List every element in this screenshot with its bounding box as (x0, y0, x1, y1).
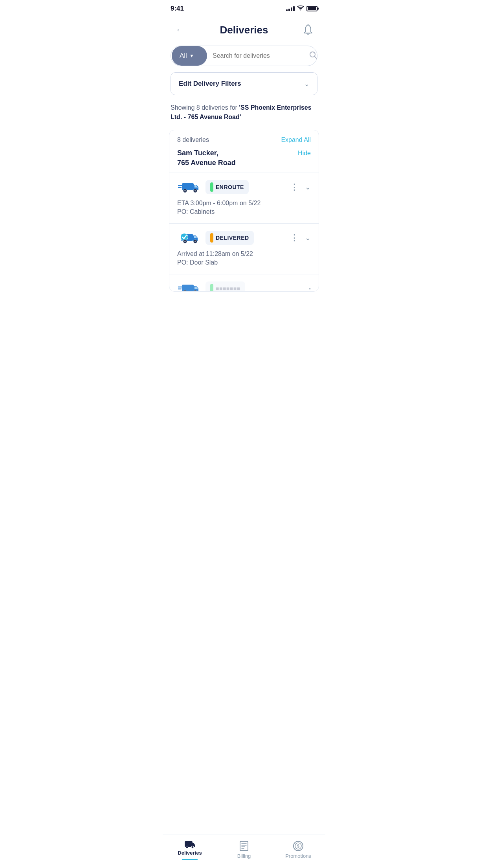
search-section: All ▼ (163, 46, 325, 72)
expand-all-button[interactable]: Expand All (281, 136, 311, 143)
delivery-po: PO: Door Slab (177, 259, 311, 266)
delivery-item-header: DELIVERED ⋮ ⌄ (177, 230, 311, 246)
bell-icon (303, 24, 314, 36)
status-bar: 9:41 (163, 0, 325, 16)
card-address: Sam Tucker, 765 Avenue Road Hide (169, 148, 319, 173)
status-dot-green (210, 182, 213, 192)
status-badge-enroute: ENROUTE (205, 180, 249, 194)
search-icon[interactable] (309, 51, 317, 61)
status-time: 9:41 (171, 5, 184, 13)
svg-point-10 (194, 190, 196, 191)
svg-point-13 (181, 234, 188, 241)
delivery-card: 8 deliveries Expand All Sam Tucker, 765 … (169, 130, 319, 292)
filter-label: All (180, 52, 187, 60)
edit-delivery-filters-button[interactable]: Edit Delivery Filters ⌄ (171, 72, 317, 95)
back-button[interactable]: ← (172, 22, 188, 38)
customer-address: 765 Avenue Road (177, 158, 236, 168)
status-dot-yellow (210, 233, 213, 243)
status-badge-partial: ■■■■■■■ (205, 281, 245, 291)
delivery-item-header: ENROUTE ⋮ ⌄ (177, 179, 311, 195)
status-text: DELIVERED (216, 235, 249, 241)
filter-section: Edit Delivery Filters ⌄ (163, 72, 325, 103)
svg-rect-20 (182, 285, 194, 291)
delivery-eta: ETA 3:00pm - 6:00pm on 5/22 (177, 200, 311, 207)
back-arrow-icon: ← (176, 25, 184, 35)
page-header: ← Deliveries (163, 16, 325, 46)
svg-point-17 (194, 241, 196, 242)
search-bar: All ▼ (171, 46, 317, 66)
truck-enroute-icon (177, 179, 201, 195)
delivery-details: ETA 3:00pm - 6:00pm on 5/22 PO: Cabinets (177, 200, 311, 215)
search-filter-dropdown[interactable]: All ▼ (172, 46, 207, 66)
battery-icon (306, 6, 317, 11)
card-header: 8 deliveries Expand All (169, 130, 319, 148)
filter-arrow-icon: ▼ (189, 53, 194, 59)
partial-delivery-item-header: ■■■■■■■ ● (177, 281, 311, 291)
delivery-arrived: Arrived at 11:28am on 5/22 (177, 250, 311, 257)
expand-item-button[interactable]: ⌄ (305, 183, 311, 191)
status-badge-delivered: DELIVERED (205, 231, 254, 245)
status-text: ENROUTE (216, 184, 244, 190)
signal-bars-icon (286, 6, 295, 11)
more-options-button[interactable]: ⋮ (288, 183, 300, 191)
delivery-item: ENROUTE ⋮ ⌄ ETA 3:00pm - 6:00pm on 5/22 … (169, 173, 319, 223)
partial-delivery-item: ■■■■■■■ ● (169, 274, 319, 291)
svg-point-8 (184, 190, 186, 191)
svg-line-3 (315, 56, 317, 59)
filter-button-label: Edit Delivery Filters (179, 80, 241, 88)
page-title: Deliveries (220, 24, 268, 36)
truck-delivered-icon (177, 230, 201, 246)
results-info: Showing 8 deliveries for 'SS Phoenix Ent… (163, 103, 325, 130)
item-actions-partial: ● (309, 287, 311, 291)
truck-partial-icon (177, 281, 201, 291)
more-options-button[interactable]: ⋮ (288, 234, 300, 242)
item-actions: ⋮ ⌄ (288, 183, 311, 191)
status-dot-partial (210, 284, 213, 291)
wifi-icon (297, 5, 304, 12)
hide-button[interactable]: Hide (298, 150, 311, 157)
notification-button[interactable] (300, 22, 316, 38)
item-actions: ⋮ ⌄ (288, 234, 311, 242)
svg-rect-6 (182, 183, 194, 190)
status-icons (286, 5, 317, 12)
svg-point-15 (184, 241, 186, 242)
delivery-item: DELIVERED ⋮ ⌄ Arrived at 11:28am on 5/22… (169, 223, 319, 274)
customer-name: Sam Tucker, (177, 148, 236, 158)
delivery-count: 8 deliveries (177, 136, 209, 143)
svg-point-0 (300, 9, 301, 10)
delivery-details: Arrived at 11:28am on 5/22 PO: Door Slab (177, 250, 311, 266)
search-input[interactable] (213, 52, 305, 59)
filter-chevron-icon: ⌄ (304, 80, 309, 88)
delivery-po: PO: Cabinets (177, 208, 311, 215)
expand-item-button[interactable]: ⌄ (305, 234, 311, 242)
status-text-partial: ■■■■■■■ (216, 285, 240, 291)
